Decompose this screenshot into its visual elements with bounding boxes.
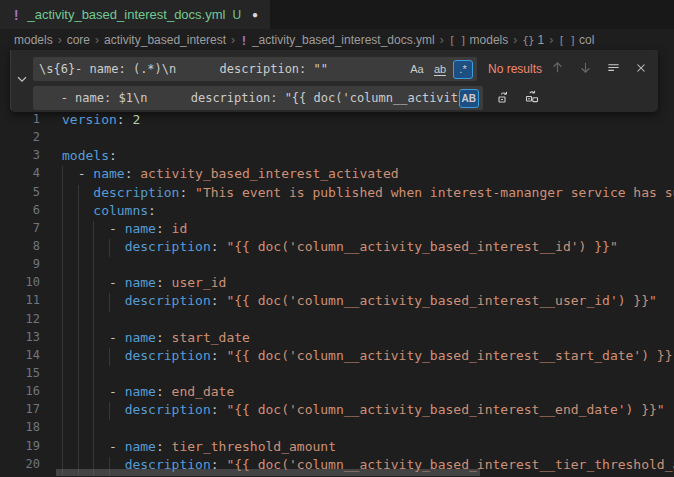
- next-match-button[interactable]: [574, 58, 596, 80]
- indent-guide: [78, 402, 79, 420]
- find-in-selection-button[interactable]: [602, 58, 624, 80]
- code-line[interactable]: 18: [0, 420, 674, 438]
- line-number: 1: [0, 112, 40, 130]
- indent-guide: [62, 257, 63, 275]
- breadcrumb-item[interactable]: models: [14, 33, 53, 47]
- toggle-replace-button[interactable]: [11, 50, 33, 112]
- line-number: 13: [0, 330, 40, 348]
- preserve-case-button[interactable]: AB: [459, 89, 479, 108]
- code-line[interactable]: 6 columns:: [0, 203, 674, 221]
- breadcrumb-item[interactable]: [ ]models: [449, 33, 509, 47]
- code-line[interactable]: 3models:: [0, 148, 674, 166]
- indent-guide: [62, 312, 63, 330]
- code-line[interactable]: 17 description: "{{ doc('column__activit…: [0, 402, 674, 420]
- array-symbol-icon: [ ]: [558, 34, 575, 47]
- code-line[interactable]: 7 - name: id: [0, 221, 674, 239]
- line-number: 18: [0, 420, 40, 438]
- code-line[interactable]: 2: [0, 130, 674, 148]
- line-number: 8: [0, 239, 40, 257]
- breadcrumb-item[interactable]: !_activity_based_interest_docs.yml: [240, 33, 435, 48]
- code-line[interactable]: 19 - name: tier_threshold_amount: [0, 439, 674, 457]
- breadcrumb-separator-icon: ›: [57, 33, 63, 47]
- code-line[interactable]: 9: [0, 257, 674, 275]
- indent-guide: [78, 420, 79, 438]
- replace-input[interactable]: - name: $1\n description: "{{ doc('colum…: [33, 86, 483, 110]
- indent-guide: [62, 439, 63, 457]
- breadcrumb-item[interactable]: {}1: [522, 33, 544, 47]
- code-line[interactable]: 4 - name: activity_based_interest_activa…: [0, 166, 674, 184]
- breadcrumb: models›core›activity_based_interest›!_ac…: [0, 29, 674, 51]
- previous-match-button[interactable]: [546, 58, 568, 80]
- indent-guide: [109, 239, 110, 257]
- replace-all-icon: [524, 89, 540, 108]
- unsaved-changes-dot-icon[interactable]: ●: [252, 9, 258, 20]
- breadcrumb-item[interactable]: core: [67, 33, 90, 47]
- line-number: 19: [0, 439, 40, 457]
- match-case-button[interactable]: Aa: [407, 60, 427, 79]
- code-line[interactable]: 15: [0, 366, 674, 384]
- indent-guide: [93, 293, 94, 311]
- line-number: 15: [0, 366, 40, 384]
- replace-input-value: - name: $1\n description: "{{ doc('colum…: [39, 91, 459, 105]
- code-line[interactable]: 12: [0, 312, 674, 330]
- close-button[interactable]: [630, 58, 652, 80]
- tab-bar: ! _activity_based_interest_docs.yml U ●: [0, 0, 674, 29]
- indent-guide: [62, 221, 63, 239]
- line-number: 20: [0, 457, 40, 475]
- arrow-up-icon: [550, 60, 565, 78]
- vscode-editor-window: ! _activity_based_interest_docs.yml U ● …: [0, 0, 674, 477]
- indent-guide: [62, 348, 63, 366]
- indent-guide: [62, 166, 63, 184]
- breadcrumb-label: models: [14, 33, 53, 47]
- line-number: 5: [0, 185, 40, 203]
- tab-active[interactable]: ! _activity_based_interest_docs.yml U ●: [0, 0, 270, 29]
- breadcrumb-item[interactable]: activity_based_interest: [104, 33, 226, 47]
- code-line[interactable]: 8 description: "{{ doc('column__activity…: [0, 239, 674, 257]
- code-area[interactable]: 1version: 223models:4 - name: activity_b…: [0, 112, 674, 477]
- breadcrumb-separator-icon: ›: [548, 33, 554, 47]
- indent-guide: [78, 348, 79, 366]
- indent-guide: [62, 185, 63, 203]
- indent-guide: [109, 348, 110, 366]
- line-number: 17: [0, 402, 40, 420]
- replace-button[interactable]: [493, 87, 515, 109]
- indent-guide: [93, 402, 94, 420]
- breadcrumb-separator-icon: ›: [439, 33, 445, 47]
- indent-guide: [93, 330, 94, 348]
- indent-guide: [78, 293, 79, 311]
- code-line[interactable]: 14 description: "{{ doc('column__activit…: [0, 348, 674, 366]
- indent-guide: [93, 221, 94, 239]
- line-number: 12: [0, 312, 40, 330]
- indent-guide: [62, 239, 63, 257]
- whole-word-button[interactable]: ab: [430, 60, 450, 79]
- line-number: 9: [0, 257, 40, 275]
- indent-guide: [78, 384, 79, 402]
- code-line[interactable]: 11 description: "{{ doc('column__activit…: [0, 293, 674, 311]
- code-line[interactable]: 1version: 2: [0, 112, 674, 130]
- indent-guide: [93, 257, 94, 275]
- breadcrumb-separator-icon: ›: [94, 33, 100, 47]
- indent-guide: [62, 366, 63, 384]
- horizontal-scrollbar[interactable]: [56, 469, 480, 476]
- replace-all-button[interactable]: [521, 87, 543, 109]
- breadcrumb-item[interactable]: [ ]col: [558, 33, 594, 47]
- indent-guide: [78, 185, 79, 203]
- code-line[interactable]: 13 - name: start_date: [0, 330, 674, 348]
- indent-guide: [78, 257, 79, 275]
- indent-guide: [62, 402, 63, 420]
- find-input[interactable]: \s{6}- name: (.*)\n description: "" Aa a…: [33, 57, 477, 81]
- regex-button[interactable]: .*: [453, 60, 473, 79]
- indent-guide: [93, 348, 94, 366]
- find-input-value: \s{6}- name: (.*)\n description: "": [39, 62, 407, 76]
- line-number: 7: [0, 221, 40, 239]
- indent-guide: [78, 312, 79, 330]
- line-number: 2: [0, 130, 40, 148]
- indent-guide: [62, 384, 63, 402]
- tab-title: _activity_based_interest_docs.yml: [27, 7, 225, 22]
- code-line[interactable]: 5 description: "This event is published …: [0, 185, 674, 203]
- code-line[interactable]: 10 - name: user_id: [0, 275, 674, 293]
- arrow-down-icon: [578, 60, 593, 78]
- code-line[interactable]: 16 - name: end_date: [0, 384, 674, 402]
- indent-guide: [78, 239, 79, 257]
- line-number: 10: [0, 275, 40, 293]
